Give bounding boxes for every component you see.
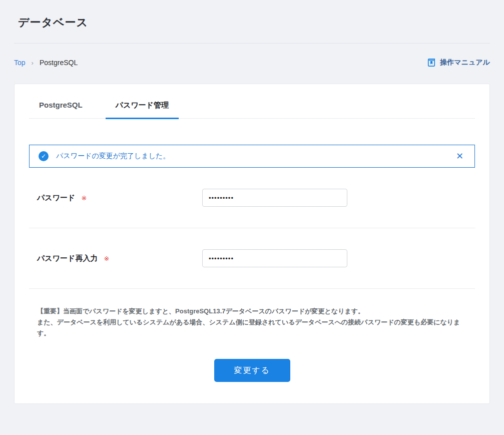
breadcrumb-separator-icon: › xyxy=(32,59,34,67)
important-note: 【重要】当画面でパスワードを変更しますと、PostgreSQL13.7データベー… xyxy=(29,306,475,339)
page-root: データベース Top › PostgreSQL 操作マニュアル PostgreS… xyxy=(0,0,504,435)
breadcrumb-link-top[interactable]: Top xyxy=(14,59,26,67)
breadcrumb-current: PostgreSQL xyxy=(40,59,78,67)
password-input[interactable] xyxy=(202,189,347,207)
tab-password-management[interactable]: パスワード管理 xyxy=(106,101,179,119)
important-note-line2: また、データベースを利用しているシステムがある場合、システム側に登録されているデ… xyxy=(37,317,467,339)
alert-close-icon[interactable]: ✕ xyxy=(454,151,465,162)
password-label-text: パスワード xyxy=(37,193,75,202)
page-header: データベース xyxy=(0,0,504,30)
tabbar: PostgreSQL パスワード管理 xyxy=(29,84,475,119)
page-title: データベース xyxy=(18,15,486,30)
alert-message: パスワードの変更が完了しました。 xyxy=(56,152,454,161)
change-password-button[interactable]: 変更する xyxy=(214,359,290,382)
password-confirm-field-row: パスワード再入力 ※ xyxy=(29,228,475,289)
tab-postgresql[interactable]: PostgreSQL xyxy=(29,101,93,119)
manual-link-label: 操作マニュアル xyxy=(440,58,490,67)
password-field-label: パスワード ※ xyxy=(37,193,202,203)
password-form: パスワード ※ パスワード再入力 ※ 【重要】当画面でパスワードを変更しますと、… xyxy=(29,168,475,382)
password-field-row: パスワード ※ xyxy=(29,168,475,228)
password-management-card: PostgreSQL パスワード管理 ✓ パスワードの変更が完了しました。 ✕ … xyxy=(14,84,490,404)
password-confirm-label-text: パスワード再入力 xyxy=(37,254,98,262)
password-confirm-field-label: パスワード再入力 ※ xyxy=(37,254,202,263)
password-confirm-required-mark: ※ xyxy=(104,255,110,262)
check-circle-icon: ✓ xyxy=(39,151,49,161)
book-manual-icon xyxy=(426,58,436,68)
password-confirm-input[interactable] xyxy=(202,249,347,267)
password-required-mark: ※ xyxy=(82,194,87,202)
breadcrumb: Top › PostgreSQL xyxy=(14,59,78,67)
important-note-line1: 【重要】当画面でパスワードを変更しますと、PostgreSQL13.7データベー… xyxy=(37,306,467,317)
breadcrumb-row: Top › PostgreSQL 操作マニュアル xyxy=(14,44,490,68)
submit-wrap: 変更する xyxy=(29,359,475,382)
success-alert: ✓ パスワードの変更が完了しました。 ✕ xyxy=(29,145,475,168)
manual-link[interactable]: 操作マニュアル xyxy=(426,58,490,68)
